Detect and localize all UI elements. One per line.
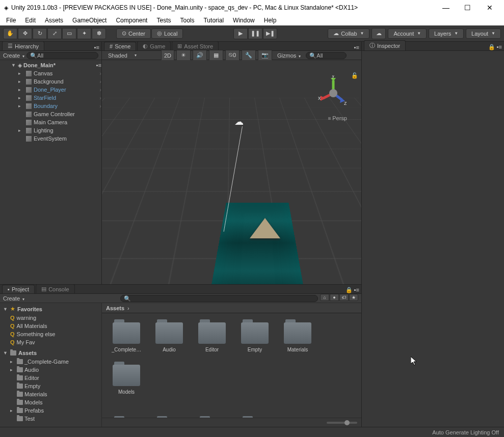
project-create-button[interactable]: Create ▾	[3, 295, 24, 302]
asset-folder-item[interactable]: _Complete…	[111, 322, 142, 352]
transform-tool-button[interactable]: ✦	[77, 28, 91, 39]
grid-size-slider[interactable]	[327, 422, 357, 424]
asset-tree-item[interactable]: Materials	[0, 390, 101, 398]
shading-mode-button[interactable]: Shaded	[104, 52, 131, 59]
game-tab[interactable]: ◐Game	[137, 41, 171, 50]
filter-button-2[interactable]: ●	[330, 294, 339, 301]
asset-tree-item[interactable]: ▸_Complete-Game	[0, 358, 101, 366]
minimize-button[interactable]: —	[436, 4, 456, 12]
layers-button[interactable]: Layers▼	[429, 29, 464, 39]
player-ship-object[interactable]	[250, 218, 280, 238]
layout-button[interactable]: Layout▼	[466, 29, 501, 39]
asset-tree-item[interactable]: ▸Prefabs	[0, 406, 101, 415]
hierarchy-item[interactable]: ▸Done_Player›	[0, 86, 101, 94]
expand-arrow-icon[interactable]: ▸	[18, 128, 23, 133]
expand-arrow-icon[interactable]: ▸	[18, 95, 23, 100]
lighting-status[interactable]: Auto Generate Lighting Off	[432, 429, 499, 435]
asset-store-tab[interactable]: ⊞Asset Store	[172, 41, 219, 50]
maximize-button[interactable]: ☐	[458, 4, 478, 12]
panel-lock-icon[interactable]: 🔒 ▪≡	[486, 44, 504, 50]
camera-toggle[interactable]: 📷	[258, 50, 272, 61]
projection-label[interactable]: ≡ Persp	[328, 115, 347, 121]
hierarchy-item[interactable]: ▸Canvas›	[0, 69, 101, 77]
fx-toggle[interactable]: ▦	[209, 50, 223, 61]
console-tab[interactable]: ▤Console	[36, 284, 74, 293]
scene-viewport[interactable]: ☁ x y z	[102, 60, 361, 284]
asset-tree-item[interactable]: Empty	[0, 382, 101, 390]
scene-tab[interactable]: #Scene	[104, 42, 136, 50]
hidden-toggle[interactable]: ⦰0	[225, 50, 240, 61]
expand-arrow-icon[interactable]: ▸	[18, 103, 23, 108]
project-tab[interactable]: ▪Project	[2, 285, 35, 293]
asset-grid[interactable]: _Complete…AudioEditorEmptyMaterialsModel…	[102, 313, 361, 418]
hierarchy-item[interactable]: ▸Boundary›	[0, 102, 101, 110]
asset-folder-item[interactable]: Empty	[240, 322, 270, 352]
asset-folder-item[interactable]: Materials	[282, 322, 313, 352]
inspector-tab[interactable]: ⓘInspector	[364, 40, 406, 50]
hierarchy-item[interactable]: ▸Background›	[0, 77, 101, 86]
asset-tree-item[interactable]: Models	[0, 398, 101, 406]
lighting-toggle[interactable]: ☀	[176, 50, 191, 61]
asset-tree-item[interactable]: Test	[0, 415, 101, 423]
hierarchy-create-button[interactable]: Create ▾	[3, 52, 24, 59]
menu-gameobject[interactable]: GameObject	[68, 16, 111, 25]
pivot-center-button[interactable]: ⊙Center	[116, 29, 151, 39]
filter-button-4[interactable]: ★	[349, 294, 358, 301]
orientation-gizmo[interactable]: x y z	[315, 75, 351, 111]
panel-lock-icon[interactable]: 🔒 ▪≡	[343, 287, 361, 293]
asset-folder-item[interactable]: Editor	[197, 322, 227, 352]
menu-tutorial[interactable]: Tutorial	[199, 16, 228, 25]
hierarchy-item[interactable]: ▸Lighting	[0, 126, 101, 134]
menu-window[interactable]: Window	[229, 16, 259, 25]
filter-button-1[interactable]: ⌂	[320, 294, 329, 301]
lock-icon[interactable]: 🔓	[351, 72, 358, 79]
collab-button[interactable]: ☁Collab▼	[328, 29, 369, 39]
hierarchy-tree[interactable]: ▼ ◈ Done_Main* ▪≡ ▸Canvas›▸Background›▸D…	[0, 60, 101, 284]
asset-folder-item[interactable]: Models	[111, 365, 142, 395]
filter-button-3[interactable]: 🏷	[339, 294, 349, 301]
gizmos-dropdown[interactable]: Gizmos ▾	[274, 52, 304, 59]
favorites-header[interactable]: ▼★Favorites	[0, 304, 101, 314]
scene-row[interactable]: ▼ ◈ Done_Main* ▪≡	[0, 61, 101, 69]
menu-tests[interactable]: Tests	[152, 16, 175, 25]
hierarchy-item[interactable]: Main Camera	[0, 118, 101, 126]
expand-arrow-icon[interactable]: ▼	[11, 63, 16, 68]
project-search-input[interactable]: 🔍	[120, 295, 318, 302]
panel-menu-icon[interactable]: ▪≡	[352, 44, 361, 50]
menu-tools[interactable]: Tools	[176, 16, 198, 25]
hand-tool-button[interactable]: ✋	[3, 28, 17, 39]
expand-arrow-icon[interactable]: ▸	[10, 359, 15, 364]
favorite-item[interactable]: QSomething else	[0, 330, 101, 338]
scale-tool-button[interactable]: ⤢	[47, 28, 62, 39]
play-button[interactable]: ▶	[233, 28, 248, 39]
rect-tool-button[interactable]: ▭	[62, 28, 76, 39]
project-tree[interactable]: ▼★Favorites QwarningQAll MaterialsQSomet…	[0, 303, 102, 427]
favorite-item[interactable]: QMy Fav	[0, 338, 101, 346]
cloud-button[interactable]: ☁	[372, 28, 386, 39]
expand-arrow-icon[interactable]: ▸	[10, 408, 15, 413]
rotate-tool-button[interactable]: ↻	[33, 28, 47, 39]
panel-menu-icon[interactable]: ▪≡	[92, 44, 101, 50]
hierarchy-item[interactable]: EventSystem	[0, 134, 101, 143]
custom-tool-button[interactable]: ✽	[92, 28, 106, 39]
close-button[interactable]: ✕	[480, 4, 500, 12]
slider-thumb[interactable]	[344, 420, 350, 425]
expand-arrow-icon[interactable]: ▸	[18, 71, 23, 76]
menu-component[interactable]: Component	[112, 16, 151, 25]
favorite-item[interactable]: Qwarning	[0, 314, 101, 322]
asset-tree-item[interactable]: ▸Audio	[0, 366, 101, 374]
favorite-item[interactable]: QAll Materials	[0, 322, 101, 330]
expand-arrow-icon[interactable]: ▸	[18, 79, 23, 84]
account-button[interactable]: Account▼	[388, 29, 427, 39]
mode-2d-button[interactable]: 2D	[161, 50, 174, 61]
pause-button[interactable]: ❚❚	[248, 28, 262, 39]
menu-help[interactable]: Help	[260, 16, 281, 25]
breadcrumb-item[interactable]: Assets	[106, 305, 124, 311]
menu-edit[interactable]: Edit	[21, 16, 40, 25]
menu-file[interactable]: File	[2, 16, 20, 25]
asset-tree-item[interactable]: Editor	[0, 374, 101, 382]
menu-assets[interactable]: Assets	[41, 16, 67, 25]
assets-header[interactable]: ▼Assets	[0, 348, 101, 358]
move-tool-button[interactable]: ✥	[18, 28, 32, 39]
hierarchy-item[interactable]: ▸StarField›	[0, 94, 101, 102]
